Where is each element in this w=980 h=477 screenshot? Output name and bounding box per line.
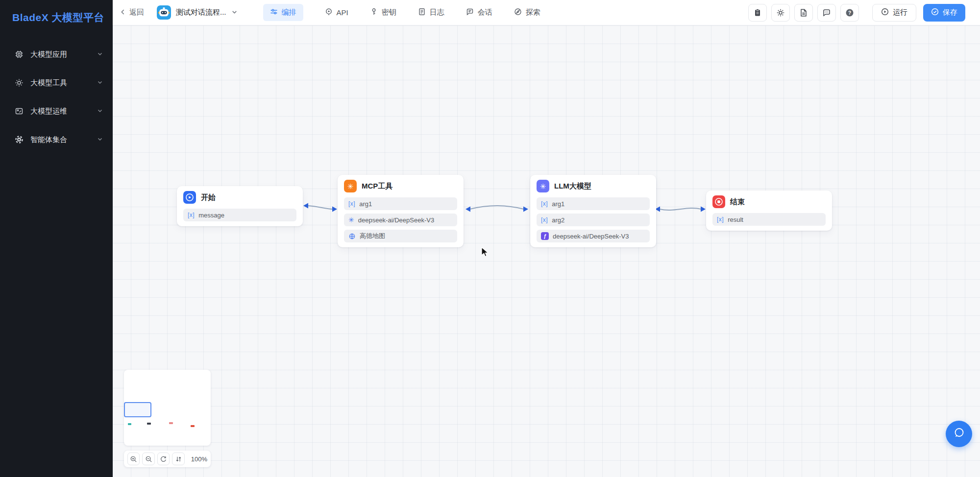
back-button[interactable]: 返回 bbox=[120, 8, 144, 17]
chip-icon bbox=[15, 50, 24, 59]
chevron-left-icon bbox=[120, 8, 126, 17]
node-fields: [x] arg1 [x] arg2 ƒ deepseek-ai/DeepSeek… bbox=[537, 197, 650, 242]
workflow-title: 测试对话流程... bbox=[176, 8, 226, 17]
field-model[interactable]: ƒ deepseek-ai/DeepSeek-V3 bbox=[537, 230, 650, 242]
compass-icon bbox=[514, 8, 522, 17]
view-tabs: 编排 API 密钥 bbox=[263, 4, 540, 21]
node-title: 结束 bbox=[730, 197, 745, 207]
tab-label: 日志 bbox=[430, 8, 444, 17]
node-header: ✳ MCP工具 bbox=[344, 180, 457, 192]
field-model[interactable]: ✳ deepseek-ai/DeepSeek-V3 bbox=[344, 214, 457, 226]
minimap-viewport[interactable] bbox=[124, 402, 151, 417]
feedback-button[interactable] bbox=[817, 4, 836, 22]
mouse-cursor bbox=[481, 247, 492, 261]
node-title: MCP工具 bbox=[362, 182, 392, 191]
key-icon bbox=[370, 8, 378, 17]
zoom-in-button[interactable] bbox=[127, 453, 140, 465]
save-button[interactable]: 保存 bbox=[923, 4, 965, 22]
robot-avatar bbox=[157, 5, 171, 20]
field-text: arg1 bbox=[359, 200, 372, 208]
node-fields: [x] message bbox=[183, 209, 296, 221]
assistant-chat-button[interactable] bbox=[946, 421, 972, 447]
save-label: 保存 bbox=[943, 8, 957, 17]
app-logo: BladeX 大模型平台 bbox=[0, 0, 113, 24]
stop-circle-icon bbox=[712, 195, 725, 208]
mcp-globe-icon bbox=[348, 233, 356, 240]
minimap-node-end bbox=[191, 425, 195, 427]
tab-orchestrate[interactable]: 编排 bbox=[263, 4, 303, 21]
field-mcp-server[interactable]: 高德地图 bbox=[344, 230, 457, 242]
zoom-controls: 100% bbox=[124, 451, 211, 467]
tab-label: 密钥 bbox=[382, 8, 396, 17]
play-circle-icon bbox=[881, 8, 889, 17]
fit-view-button[interactable] bbox=[172, 453, 184, 465]
sliders-icon bbox=[270, 8, 278, 17]
field-text: arg1 bbox=[552, 200, 564, 208]
node-title: 开始 bbox=[201, 193, 216, 202]
node-mcp-tool[interactable]: ✳ MCP工具 [x] arg1 ✳ deepseek-ai/DeepSeek-… bbox=[338, 175, 464, 247]
node-header: 结束 bbox=[712, 195, 826, 208]
clipboard-button[interactable] bbox=[748, 4, 767, 22]
main-area: 返回 测试对话流程... bbox=[113, 0, 980, 477]
mcp-icon: ✳ bbox=[344, 180, 357, 192]
top-toolbar: 返回 测试对话流程... bbox=[113, 0, 980, 25]
node-start[interactable]: 开始 [x] message bbox=[177, 186, 303, 226]
flow-canvas[interactable]: 开始 [x] message ✳ MCP工具 [x] arg1 bbox=[113, 25, 980, 477]
chevron-down-icon bbox=[97, 78, 103, 87]
field-result[interactable]: [x] result bbox=[712, 213, 826, 226]
run-button[interactable]: 运行 bbox=[872, 4, 916, 22]
settings-button[interactable] bbox=[771, 4, 790, 22]
tab-label: 编排 bbox=[282, 8, 296, 17]
chat-icon bbox=[466, 8, 474, 17]
node-end[interactable]: 结束 [x] result bbox=[706, 191, 832, 231]
svg-text:?: ? bbox=[848, 10, 851, 15]
field-text: deepseek-ai/DeepSeek-V3 bbox=[553, 233, 629, 240]
node-fields: [x] arg1 ✳ deepseek-ai/DeepSeek-V3 高德地图 bbox=[344, 197, 457, 242]
agent-gear-icon bbox=[15, 135, 24, 144]
node-title: LLM大模型 bbox=[554, 182, 591, 191]
toolbar-actions: ? 运行 保存 bbox=[748, 4, 965, 22]
log-file-icon bbox=[418, 8, 426, 17]
chat-bubble-icon bbox=[953, 427, 965, 441]
field-text: deepseek-ai/DeepSeek-V3 bbox=[358, 216, 434, 224]
field-arg2[interactable]: [x] arg2 bbox=[537, 214, 650, 226]
check-circle-icon bbox=[931, 8, 939, 17]
chevron-down-icon bbox=[97, 107, 103, 116]
reset-view-button[interactable] bbox=[157, 453, 170, 465]
variable-icon: [x] bbox=[717, 216, 724, 223]
tab-logs[interactable]: 日志 bbox=[418, 8, 444, 17]
field-arg1[interactable]: [x] arg1 bbox=[537, 197, 650, 210]
zoom-level: 100% bbox=[191, 455, 207, 463]
node-header: 开始 bbox=[183, 191, 296, 204]
field-arg1[interactable]: [x] arg1 bbox=[344, 197, 457, 210]
variable-icon: [x] bbox=[188, 212, 195, 218]
workflow-selector[interactable]: 测试对话流程... bbox=[157, 5, 238, 20]
tab-keys[interactable]: 密钥 bbox=[370, 8, 396, 17]
chevron-down-icon bbox=[97, 50, 103, 59]
sidebar-item-llm-apps[interactable]: 大模型应用 bbox=[0, 40, 113, 69]
chevron-down-icon bbox=[231, 8, 238, 17]
field-message[interactable]: [x] message bbox=[183, 209, 296, 221]
tab-label: API bbox=[337, 8, 348, 17]
tab-api[interactable]: API bbox=[325, 8, 348, 17]
sidebar-item-agents[interactable]: 智能体集合 bbox=[0, 125, 113, 154]
ops-card-icon bbox=[15, 107, 24, 116]
tab-label: 探索 bbox=[526, 8, 540, 17]
sidebar-item-llm-ops[interactable]: 大模型运维 bbox=[0, 97, 113, 125]
tab-explore[interactable]: 探索 bbox=[514, 8, 540, 17]
tab-sessions[interactable]: 会话 bbox=[466, 8, 492, 17]
variable-icon: [x] bbox=[541, 216, 548, 223]
sidebar-item-llm-tools[interactable]: 大模型工具 bbox=[0, 69, 113, 97]
chevron-down-icon bbox=[97, 135, 103, 144]
variable-icon: [x] bbox=[348, 200, 355, 207]
node-llm[interactable]: ✳ LLM大模型 [x] arg1 [x] arg2 ƒ deepseek-ai… bbox=[530, 175, 656, 247]
sidebar-item-label: 智能体集合 bbox=[30, 135, 90, 144]
flow-edges bbox=[113, 25, 980, 477]
pin-target-icon bbox=[325, 8, 333, 17]
minimap[interactable] bbox=[124, 370, 211, 446]
minimap-node-mcp bbox=[147, 423, 151, 425]
document-button[interactable] bbox=[794, 4, 813, 22]
help-button[interactable]: ? bbox=[840, 4, 859, 22]
zoom-out-button[interactable] bbox=[142, 453, 154, 465]
field-text: message bbox=[198, 212, 224, 219]
